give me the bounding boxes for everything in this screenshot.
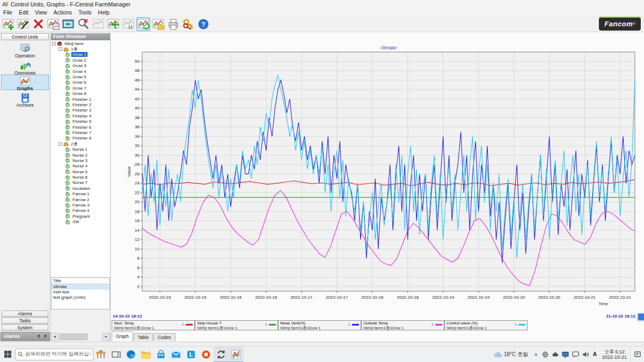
climate-chart[interactable]: 2468101214161820222426283032343638404244… [111,48,644,314]
tree-node-finisher-1[interactable]: Finisher 1 [51,97,110,102]
tree-node-nurse-3[interactable]: Nurse 3 [51,158,110,163]
tree-node-finisher-5[interactable]: Finisher 5 [51,119,110,124]
tree-node-grow-1[interactable]: Grow 1 [51,52,110,57]
menu-help[interactable]: Help [95,9,113,16]
edit-graph-icon[interactable] [16,17,30,31]
tree-node-finisher-3[interactable]: Finisher 3 [51,108,110,113]
alarms-dock-header[interactable]: Alarms [1,332,50,341]
window-corner-icon[interactable] [637,313,644,321]
taskbar-farmmanager-app-icon[interactable] [229,346,244,362]
tree-node-grow-8[interactable]: Grow 8 [51,91,110,97]
tree-node-grow-2[interactable]: Grow 2 [51,57,110,63]
tree-node-nurse-2[interactable]: Nurse 2 [51,152,110,158]
security-keys-icon[interactable] [181,17,195,31]
menu-file[interactable]: File [0,9,16,16]
sidebar-item-archives[interactable]: Archives [1,91,49,107]
tab-table[interactable]: Table [134,333,153,341]
zoom-reset-icon[interactable] [76,17,90,31]
sidebar-item-graphs[interactable]: Graphs [1,75,49,90]
taskbar-task-view-icon[interactable] [108,346,123,362]
tray-ime-indicator[interactable]: A [591,351,599,357]
tree-node-finisher-2[interactable]: Finisher 2 [51,102,110,107]
tree-node-1층[interactable]: −1층 [51,46,110,51]
scroll-right-arrow[interactable]: ► [103,333,110,341]
open-graph-folder-icon[interactable] [151,17,165,31]
tree-node-pregnant[interactable]: Pregnant [51,213,110,219]
copy-graph-icon[interactable] [46,17,60,31]
tab-codes[interactable]: Codes [153,333,175,341]
tree-node-gilt[interactable]: Gilt [51,219,110,225]
title-item-inlet-test[interactable]: inlet test [52,290,109,295]
export-graph-disabled-icon[interactable] [121,17,135,31]
tree-node-finisher-7[interactable]: Finisher 7 [51,130,110,135]
tree-node-finisher-4[interactable]: Finisher 4 [51,113,110,119]
tree-node-grow-5[interactable]: Grow 5 [51,74,110,79]
hidden-icons-chevron[interactable]: ∧ [531,352,540,357]
pin-icon[interactable] [36,334,41,339]
tab-graph[interactable]: Graph [112,331,133,341]
tree-node-finisher-8[interactable]: Finisher 8 [51,136,110,141]
taskbar-edge-icon[interactable] [123,346,138,362]
start-button[interactable] [0,346,15,362]
tree-node-grow-6[interactable]: Grow 6 [51,80,110,85]
tree-node-nurse-7[interactable]: Nurse 7 [51,180,110,186]
tree-node-grow-7[interactable]: Grow 7 [51,85,110,91]
pan-graph-icon[interactable] [106,17,120,31]
tree-node-farrow-1[interactable]: Farrow 1 [51,191,110,197]
tray-volume-icon[interactable] [581,351,591,358]
tree-node-winji-farm[interactable]: −Winji farm [51,41,110,46]
sidebar-item-operation[interactable]: Operation [1,42,49,57]
tree-node-nurse-4[interactable]: Nurse 4 [51,164,110,169]
scrollbar-thumb[interactable] [60,334,87,340]
prev-graph-icon[interactable] [91,17,105,31]
tree-expander[interactable]: − [52,42,56,46]
taskbar-sync-icon[interactable] [214,346,229,362]
panel-button-system[interactable]: System [2,324,48,331]
panel-button-tasks[interactable]: Tasks [2,317,48,324]
tray-display-icon[interactable] [560,351,570,358]
tree-node-farrow-2[interactable]: Farrow 2 [51,197,110,202]
pin-icon[interactable] [43,334,48,339]
taskbar-clock[interactable]: 오후 6:12 2022-10-21 [599,349,630,360]
tray-chat-icon[interactable] [570,351,581,358]
sidebar-item-overviews[interactable]: Overviews [1,59,49,75]
help-icon[interactable]: ? [196,17,210,31]
tree-node-incubator[interactable]: Incubator [51,186,110,191]
tree-node-nurse-5[interactable]: Nurse 5 [51,169,110,174]
taskbar-mail-icon[interactable] [169,346,184,362]
menu-view[interactable]: View [32,9,50,16]
tree-node-grow-3[interactable]: Grow 3 [51,63,110,69]
show-window-icon[interactable] [61,17,75,31]
taskbar-search-input[interactable]: 검색하려면 여기에 입력하십시 [15,349,93,360]
scroll-left-arrow[interactable]: ◄ [51,333,58,341]
taskbar-weather[interactable]: 18°C 흐림 [490,351,531,358]
tree-node-finisher-6[interactable]: Finisher 6 [51,124,110,130]
title-item-test-graph-1min-[interactable]: test graph (1min) [52,295,109,300]
tree-node-nurse-1[interactable]: Nurse 1 [51,146,110,152]
taskbar-logitech-icon[interactable]: L [184,346,199,362]
taskbar-office-icon[interactable] [199,346,214,362]
tree-expander[interactable]: − [58,142,62,146]
tree-node-nurse-6[interactable]: Nurse 6 [51,174,110,180]
taskbar-store-icon[interactable] [153,346,169,362]
add-graph-icon[interactable] [1,17,15,31]
tree-node-farrow-3[interactable]: Farrow 3 [51,202,110,208]
refresh-graph-icon[interactable] [136,17,150,31]
title-item-climate[interactable]: climate [52,284,109,290]
tree-horizontal-scrollbar[interactable]: ◄ ► [51,333,110,341]
menu-tools[interactable]: Tools [75,9,95,16]
menu-actions[interactable]: Actions [50,9,75,16]
tree-expander[interactable]: − [58,47,62,51]
notification-center-button[interactable] [630,346,644,362]
tree-node-2층[interactable]: −2층 [51,141,110,146]
tray-onedrive-icon[interactable] [550,351,560,357]
taskbar-file-explorer-icon[interactable] [138,346,153,362]
menu-edit[interactable]: Edit [16,9,32,16]
tree-node-grow-4[interactable]: Grow 4 [51,69,110,74]
delete-graph-icon[interactable] [31,17,45,31]
panel-button-alarms[interactable]: Alarms [2,311,48,317]
print-icon[interactable] [166,17,180,31]
taskbar-seasonal-trees-icon[interactable] [93,346,108,362]
tray-network-icon[interactable] [540,351,550,358]
tree-node-farrow-4[interactable]: Farrow 4 [51,208,110,213]
